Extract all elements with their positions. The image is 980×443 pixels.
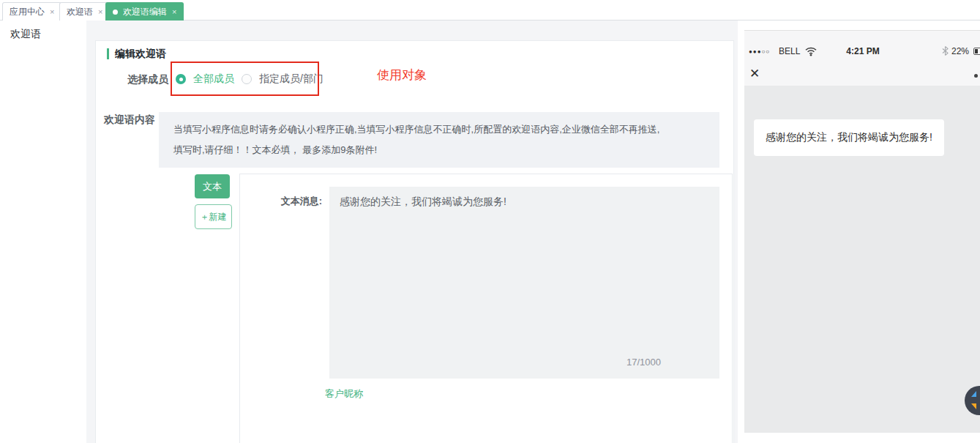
- phone-preview: ●●●○○ BELL 4:21 PM 22% ✕ 感谢: [744, 30, 980, 443]
- chat-area: 感谢您的关注，我们将竭诚为您服务!: [744, 86, 980, 433]
- tab-label: 欢迎语: [67, 6, 93, 18]
- text-message-label: 文本消息:: [263, 195, 322, 208]
- battery-icon: [973, 48, 980, 55]
- tab-welcome-edit[interactable]: 欢迎语编辑 ×: [105, 2, 184, 21]
- clock-time: 4:21 PM: [832, 46, 894, 56]
- char-counter: 17/1000: [626, 357, 661, 368]
- radio-specified-members[interactable]: 指定成员/部门: [242, 72, 323, 86]
- tab-close-icon[interactable]: ×: [50, 8, 54, 16]
- more-menu-icon[interactable]: [974, 74, 978, 78]
- sidebar-item-welcome[interactable]: 欢迎语: [10, 28, 41, 41]
- annotation-text: 使用对象: [377, 67, 427, 83]
- phone-input-bar: [744, 433, 980, 443]
- phone-header: ●●●○○ BELL 4:21 PM 22% ✕: [744, 31, 980, 86]
- app-window: 应用中心 × 欢迎语 × 欢迎语编辑 × 欢迎语 编辑欢迎语 选择成员 全部成员…: [0, 0, 980, 443]
- tab-bar: 应用中心 × 欢迎语 × 欢迎语编辑 ×: [0, 0, 980, 21]
- tab-welcome[interactable]: 欢迎语 ×: [59, 2, 110, 21]
- carrier-name: BELL: [779, 46, 800, 56]
- tab-close-icon[interactable]: ×: [98, 8, 102, 16]
- active-tab-dot-icon: [113, 10, 118, 15]
- tab-label: 应用中心: [10, 6, 45, 18]
- customer-nickname-link[interactable]: 客户昵称: [325, 387, 363, 401]
- message-textarea[interactable]: 感谢您的关注，我们将竭诚为您服务!: [329, 187, 719, 379]
- wifi-icon: [805, 46, 817, 59]
- radio-label: 指定成员/部门: [259, 72, 323, 86]
- welcome-content-label: 欢迎语内容: [97, 113, 155, 127]
- section-title: 编辑欢迎语: [115, 48, 166, 61]
- tab-app-center[interactable]: 应用中心 ×: [2, 2, 61, 21]
- tab-close-icon[interactable]: ×: [172, 8, 176, 16]
- close-icon[interactable]: ✕: [749, 66, 760, 81]
- battery-percent: 22%: [951, 46, 969, 56]
- bluetooth-icon: [942, 45, 949, 59]
- radio-all-members[interactable]: 全部成员: [176, 72, 234, 86]
- member-select-label: 选择成员: [110, 73, 168, 86]
- notice-line: 当填写小程序信息时请务必确认小程序正确,当填写小程序信息不正确时,所配置的欢迎语…: [173, 119, 705, 140]
- section-accent-bar: [107, 48, 109, 59]
- signal-dots-icon: ●●●○○: [749, 48, 770, 55]
- radio-label: 全部成员: [193, 72, 234, 86]
- radio-selected-icon: [176, 74, 186, 84]
- floating-widget-button[interactable]: [965, 386, 980, 415]
- tab-label: 欢迎语编辑: [123, 6, 167, 18]
- message-input-wrap: 感谢您的关注，我们将竭诚为您服务!: [329, 187, 719, 379]
- cursor-glyphs-icon: [970, 391, 980, 410]
- tab-text-type[interactable]: 文本: [195, 174, 230, 198]
- radio-unselected-icon: [242, 74, 252, 84]
- notice-box: 当填写小程序信息时请务必确认小程序正确,当填写小程序信息不正确时,所配置的欢迎语…: [159, 112, 719, 168]
- message-bubble: 感谢您的关注，我们将竭诚为您服务!: [754, 119, 944, 156]
- add-new-button[interactable]: ＋新建: [195, 204, 232, 229]
- notice-line: 填写时,请仔细！！文本必填， 最多添加9条附件!: [173, 140, 705, 160]
